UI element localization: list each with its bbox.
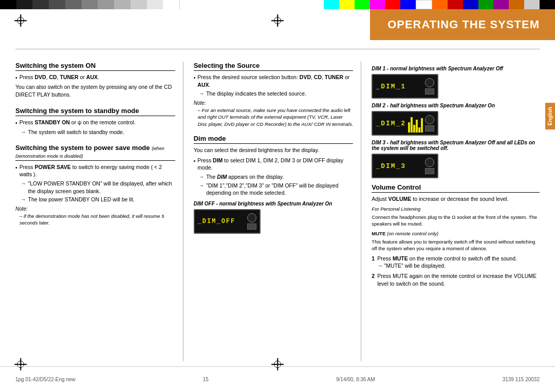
footer-timestamp: 9/14/00, 8:36 AM <box>336 377 375 382</box>
selecting-source-heading: Selecting the Source <box>194 62 354 71</box>
left-column: Switching the system ON • Press DVD, CD,… <box>15 62 183 361</box>
footer-file-info: 1pg 01-42/D5/22-Eng new <box>15 377 76 382</box>
switching-on-bullet1: • Press DVD, CD, TUNER or AUX. <box>15 73 175 82</box>
volume-control-para1: Adjust VOLUME to increase or decrease th… <box>372 195 540 203</box>
dim2-display: _DIM_2 <box>372 111 438 136</box>
switching-standby-bullet1: • Press STANDBY ON or ψ on the remote co… <box>15 119 175 127</box>
content-area: Switching the system ON • Press DVD, CD,… <box>15 62 540 361</box>
mute-step2: 2 Press MUTE again on the remote control… <box>372 272 540 287</box>
switching-power-bullet1: • Press POWER SAVE to switch to energy s… <box>15 163 175 178</box>
switching-power-note1: – if the demonstration mode has not been… <box>15 213 175 227</box>
dim-mode-bullet1: • Press DIM to select DIM 1, DIM 2, DIM … <box>194 157 354 172</box>
mute-step1: 1 Press MUTE on the remote control to sw… <box>372 255 540 270</box>
mute-heading: MUTE (on remote control only) <box>372 230 540 237</box>
dim3-heading: DIM 3 - half brightness with Spectrum An… <box>372 140 540 151</box>
dim-mode-arrow1: → The DIM appears on the display. <box>194 173 354 181</box>
selecting-source-arrow1: → The display indicates the selected sou… <box>194 90 354 98</box>
right-column: DIM 1 - normal brightness with Spectrum … <box>372 62 540 361</box>
dim1-display: _DIM_1 <box>372 74 438 99</box>
color-bar <box>324 0 555 9</box>
switching-power-arrow1: → "LOW POWER STANDBY ON" will be display… <box>15 180 175 195</box>
dim-off-heading: DIM OFF - normal brightness with Spectru… <box>194 201 354 207</box>
switching-standby-heading: Switching the system to standby mode <box>15 107 175 116</box>
volume-control-heading: Volume Control <box>372 183 540 193</box>
footer: 1pg 01-42/D5/22-Eng new 15 9/14/00, 8:36… <box>0 366 555 392</box>
dim-off-display: _DIM_OFF <box>194 209 261 234</box>
switching-power-note-label: Note: <box>15 206 175 212</box>
spectrum-bars <box>408 114 423 133</box>
switching-power-heading: Switching the system to power save mode … <box>15 144 175 161</box>
selecting-source-note-label: Note: <box>194 100 354 106</box>
crosshair-top-left <box>14 14 27 27</box>
switching-standby-arrow1: → The system will switch to standby mode… <box>15 128 175 136</box>
title-banner: OPERATING THE SYSTEM <box>370 9 555 40</box>
header-divider <box>15 49 540 49</box>
page-title: OPERATING THE SYSTEM <box>387 18 540 31</box>
dim1-heading: DIM 1 - normal brightness with Spectrum … <box>372 66 540 71</box>
crosshair-top-center <box>271 14 284 27</box>
dim2-heading: DIM 2 - half brightness with Spectrum An… <box>372 103 540 108</box>
dim-mode-arrow2: → "DIM 1","DIM 2","DIM 3" or "DIM OFF" w… <box>194 182 354 197</box>
volume-control-para2: Connect the headphones plug to the Ω soc… <box>372 214 540 228</box>
dim-mode-para1: You can select the desired brightness fo… <box>194 146 354 155</box>
footer-page-num: 15 <box>203 377 209 382</box>
middle-column: Selecting the Source • Press the desired… <box>194 62 362 361</box>
dim3-display: _DIM_3 <box>372 154 438 178</box>
language-tab: English <box>545 103 555 129</box>
switching-on-heading: Switching the system ON <box>15 62 175 71</box>
selecting-source-note1: – For an external source, make sure you … <box>194 107 354 127</box>
footer-product-code: 3139 115 20032 <box>503 377 540 382</box>
switching-on-para1: You can also switch on the system by pre… <box>15 83 175 100</box>
switching-power-arrow2: → The low power STANDBY ON LED will be l… <box>15 196 175 203</box>
volume-control-sub-heading: For Personal Listening <box>372 206 540 212</box>
grayscale-bar <box>0 0 180 9</box>
selecting-source-bullet1: • Press the desired source selection but… <box>194 73 354 88</box>
dim-mode-heading: Dim mode <box>194 135 354 144</box>
mute-para: This feature allows you to temporarily s… <box>372 238 540 252</box>
